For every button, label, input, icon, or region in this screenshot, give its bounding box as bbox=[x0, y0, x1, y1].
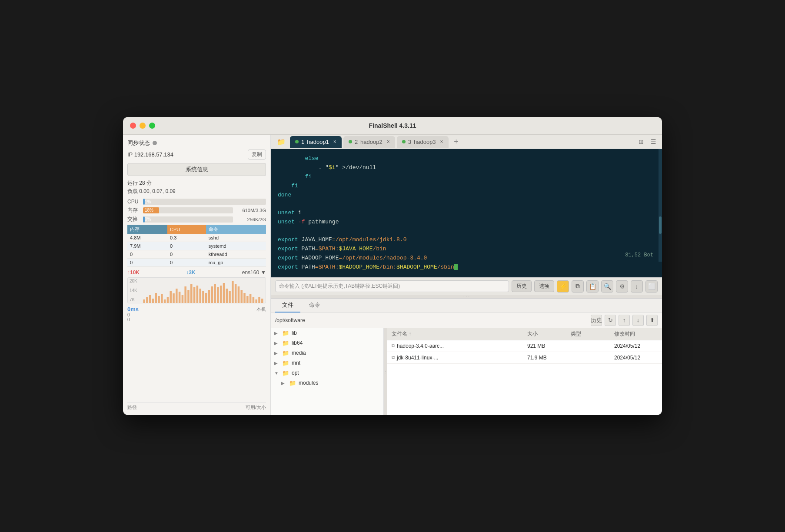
expand-arrow: ▶ bbox=[274, 351, 279, 356]
file-date: 2024/05/12 bbox=[610, 352, 662, 363]
sysinfo-button[interactable]: 系统信息 bbox=[127, 163, 266, 176]
tree-list-divider[interactable]: ⋮ bbox=[384, 328, 387, 415]
file-refresh-button[interactable]: ↻ bbox=[605, 315, 616, 326]
settings-cmd-button[interactable]: ⚙ bbox=[616, 280, 628, 293]
file-history-button[interactable]: 历史 bbox=[591, 315, 602, 326]
terminal-status-bar: 81,52 Bot bbox=[625, 251, 653, 259]
download-cmd-button[interactable]: ↓ bbox=[631, 280, 643, 293]
tree-item-opt[interactable]: ▼📁opt bbox=[271, 368, 383, 378]
file-up-button[interactable]: ↑ bbox=[619, 315, 630, 326]
svg-rect-27 bbox=[223, 283, 225, 303]
file-icon: ⧉ bbox=[392, 343, 395, 349]
tab-close-icon[interactable]: × bbox=[333, 139, 336, 145]
runtime-stats: 运行 28 分 负载 0.00, 0.07, 0.09 bbox=[127, 180, 266, 196]
latency-label: 本机 bbox=[256, 306, 266, 313]
disk-col-path: 路径 bbox=[127, 404, 137, 411]
tree-item-label: media bbox=[292, 350, 306, 356]
terminal-scrollbar[interactable] bbox=[659, 149, 662, 261]
tree-item-mnt[interactable]: ▶📁mnt bbox=[271, 358, 383, 368]
file-list: 文件名 ↑ 大小 类型 修改时间 ⧉hadoop-3.4.0-aarc... 9… bbox=[387, 328, 662, 415]
tab-hadoop2[interactable]: 2 hadoop2× bbox=[343, 136, 395, 148]
svg-rect-7 bbox=[164, 299, 166, 303]
table-row: 00rcu_gp bbox=[127, 259, 266, 267]
tree-item-modules[interactable]: ▶📁modules bbox=[271, 378, 383, 388]
view-buttons: ⊞ ☰ bbox=[636, 136, 659, 147]
app-title: FinalShell 4.3.11 bbox=[369, 122, 416, 129]
svg-rect-39 bbox=[258, 297, 260, 303]
svg-rect-8 bbox=[167, 297, 169, 303]
window-controls bbox=[130, 123, 155, 129]
expand-arrow: ▶ bbox=[274, 341, 279, 346]
svg-rect-25 bbox=[217, 287, 219, 303]
close-button[interactable] bbox=[130, 123, 136, 129]
proc-col-cmd: 命令 bbox=[206, 225, 266, 234]
tab-label: hadoop3 bbox=[414, 139, 436, 145]
folder-icon: 📁 bbox=[282, 360, 289, 366]
svg-rect-31 bbox=[235, 284, 237, 303]
tab-close-icon[interactable]: × bbox=[440, 139, 443, 145]
svg-rect-26 bbox=[220, 286, 222, 303]
scroll-thumb[interactable] bbox=[659, 216, 662, 234]
proc-col-cpu: CPU bbox=[167, 225, 206, 234]
tree-item-media[interactable]: ▶📁media bbox=[271, 348, 383, 358]
proc-cmd: systemd bbox=[206, 242, 266, 250]
tab-dot bbox=[402, 140, 406, 143]
bottom-tab-文件[interactable]: 文件 bbox=[275, 299, 300, 313]
file-upload-button[interactable]: ⬆ bbox=[646, 315, 658, 326]
folder-icon: 📁 bbox=[282, 370, 289, 376]
tree-item-lib[interactable]: ▶📁lib bbox=[271, 328, 383, 338]
minimize-button[interactable] bbox=[140, 123, 146, 129]
tree-item-lib64[interactable]: ▶📁lib64 bbox=[271, 338, 383, 348]
list-view-button[interactable]: ☰ bbox=[648, 136, 659, 147]
cpu-bar-container: 1% bbox=[143, 199, 266, 205]
tree-item-label: lib bbox=[292, 330, 297, 336]
mem-value: 18% bbox=[145, 208, 153, 213]
cpu-bar: 1% bbox=[143, 199, 145, 205]
copy-cmd-button[interactable]: ⧉ bbox=[572, 280, 584, 293]
file-download-button[interactable]: ↓ bbox=[632, 315, 644, 326]
svg-rect-10 bbox=[173, 293, 175, 303]
mem-size: 610M/3.3G bbox=[236, 208, 266, 213]
net-labels: 20K 14K 7K bbox=[130, 278, 137, 303]
folder-icon-button[interactable]: 📁 bbox=[274, 135, 288, 149]
proc-mem: 7.9M bbox=[127, 242, 167, 250]
tab-close-icon[interactable]: × bbox=[387, 139, 390, 145]
lightning-button[interactable]: ⚡ bbox=[557, 280, 569, 293]
list-item[interactable]: ⧉hadoop-3.4.0-aarc... 921 MB 2024/05/12 bbox=[387, 340, 662, 352]
bottom-panel: 文件命令 /opt/software 历史 ↻ ↑ ↓ ⬆ ▶📁lib▶📁lib… bbox=[271, 298, 662, 415]
maximize-button[interactable] bbox=[149, 123, 155, 129]
svg-rect-23 bbox=[211, 286, 213, 303]
copy-ip-button[interactable]: 复制 bbox=[248, 150, 266, 160]
svg-rect-24 bbox=[214, 284, 216, 303]
options-button[interactable]: 选项 bbox=[534, 280, 554, 292]
list-item[interactable]: ⧉jdk-8u411-linux-... 71.9 MB 2024/05/12 bbox=[387, 352, 662, 364]
add-tab-button[interactable]: + bbox=[450, 136, 462, 148]
cmd-input-placeholder[interactable]: 命令输入 (按ALT键提示历史,TAB键路径,ESC键返回) bbox=[275, 280, 509, 292]
tab-dot bbox=[295, 140, 299, 143]
search-cmd-button[interactable]: 🔍 bbox=[601, 280, 613, 293]
svg-rect-12 bbox=[179, 292, 181, 303]
table-row: 00kthreadd bbox=[127, 250, 266, 259]
bottom-tab-命令[interactable]: 命令 bbox=[302, 299, 327, 313]
cpu-value: 1% bbox=[145, 200, 151, 204]
sync-status: 同步状态 bbox=[127, 139, 266, 147]
proc-mem: 4.8M bbox=[127, 234, 167, 242]
terminal-area[interactable]: else . "$i" >/dev/null fi fidone unset i… bbox=[271, 149, 662, 277]
tree-item-label: mnt bbox=[292, 360, 300, 366]
tab-hadoop3[interactable]: 3 hadoop3× bbox=[397, 136, 449, 148]
history-button[interactable]: 历史 bbox=[512, 280, 532, 292]
expand-cmd-button[interactable]: ⬜ bbox=[645, 280, 658, 293]
svg-rect-3 bbox=[152, 299, 154, 303]
mem-bar-container: 18% bbox=[143, 207, 233, 213]
file-panel: /opt/software 历史 ↻ ↑ ↓ ⬆ ▶📁lib▶📁lib64▶📁m… bbox=[271, 313, 662, 415]
tab-hadoop1[interactable]: 1 hadoop1× bbox=[290, 136, 342, 148]
mem-label: 内存 bbox=[127, 206, 140, 214]
grid-view-button[interactable]: ⊞ bbox=[636, 136, 646, 147]
net-graph: 20K 14K 7K bbox=[127, 277, 266, 303]
paste-cmd-button[interactable]: 📋 bbox=[586, 280, 599, 293]
expand-arrow: ▼ bbox=[274, 371, 279, 376]
latency-value: 0ms bbox=[127, 306, 139, 313]
table-row: 4.8M0.3sshd bbox=[127, 234, 266, 242]
proc-mem: 0 bbox=[127, 259, 167, 267]
expand-arrow: ▶ bbox=[281, 381, 286, 386]
